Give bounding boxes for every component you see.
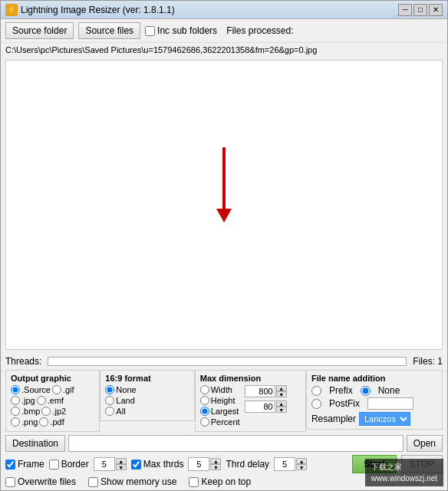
- prefix-radio[interactable]: [311, 386, 321, 396]
- spinner2-wrapper: ▲ ▼: [245, 400, 287, 413]
- spin1-up[interactable]: ▲: [276, 385, 287, 391]
- og-png-label: .png: [21, 417, 38, 427]
- md-percent-row: Percent: [200, 417, 240, 427]
- md-height-radio[interactable]: [200, 396, 209, 405]
- arrow-indicator: [216, 147, 232, 222]
- resampler-label: Resampler: [311, 414, 356, 424]
- none-radio[interactable]: [361, 386, 371, 396]
- app-icon: ⚡: [5, 4, 18, 16]
- spin1-down[interactable]: ▼: [276, 391, 287, 397]
- files-count: Files: 1: [413, 356, 443, 367]
- thrd-delay-input[interactable]: [274, 457, 295, 471]
- thrd-delay-spin-up[interactable]: ▲: [296, 458, 307, 464]
- frame-value-input[interactable]: [94, 457, 115, 471]
- addition-text-input[interactable]: [367, 397, 413, 410]
- spin2-down[interactable]: ▼: [276, 407, 287, 413]
- max-dim-value1[interactable]: [245, 385, 275, 397]
- files-processed-label: Files processed:: [226, 25, 293, 36]
- format-169-title: 16:9 format: [105, 374, 189, 383]
- border-checkbox[interactable]: [49, 460, 59, 470]
- show-memory-use-text: Show memory use: [100, 476, 176, 487]
- destination-button[interactable]: Destination: [5, 435, 65, 452]
- og-png-row: .png .pdf: [11, 417, 94, 427]
- thrd-delay-spinner: ▲ ▼: [274, 457, 307, 471]
- og-pdf-radio[interactable]: [39, 417, 48, 427]
- md-width-label: Width: [211, 385, 232, 394]
- md-largest-row: Largest: [200, 407, 240, 416]
- f-land-radio[interactable]: [105, 396, 114, 405]
- keep-on-top-checkbox[interactable]: [189, 477, 199, 487]
- max-thrds-label[interactable]: Max thrds: [131, 459, 184, 470]
- og-gif-radio[interactable]: [52, 385, 61, 394]
- og-pdf-label: .pdf: [50, 417, 64, 427]
- f-none-row: None: [105, 385, 189, 394]
- frame-spin-col: ▲ ▼: [116, 458, 127, 470]
- watermark: 下载之家 www.windowszj.net: [365, 459, 443, 486]
- maximize-button[interactable]: □: [413, 4, 427, 16]
- frame-checkbox[interactable]: [5, 460, 15, 470]
- destination-path-input[interactable]: [68, 435, 404, 452]
- image-preview: [5, 60, 443, 350]
- max-dimension-title: Max dimension: [200, 374, 301, 383]
- format-169-group: 16:9 format None Land All: [100, 370, 194, 421]
- f-land-row: Land: [105, 396, 189, 405]
- max-thrds-spin-down[interactable]: ▼: [210, 464, 221, 470]
- og-gif-label: .gif: [63, 385, 74, 394]
- overwrite-files-checkbox[interactable]: [5, 477, 15, 487]
- resampler-select[interactable]: Lanczos Bilinear Bicubic Box: [359, 412, 410, 426]
- md-height-row: Height: [200, 396, 240, 405]
- toolbar: Source folder Source files Inc sub folde…: [1, 19, 447, 43]
- open-button[interactable]: Open: [407, 435, 443, 452]
- postfix-radio[interactable]: [311, 399, 321, 409]
- prefix-label: Prefix: [329, 385, 353, 396]
- max-thrds-input[interactable]: [188, 457, 209, 471]
- spinner2-area: ▲ ▼: [245, 400, 287, 413]
- og-jp2-radio[interactable]: [41, 407, 51, 416]
- overwrite-files-text: Overwrite files: [18, 476, 76, 487]
- md-width-radio[interactable]: [200, 385, 209, 394]
- inc-sub-folders-checkbox[interactable]: [145, 26, 155, 36]
- inc-sub-folders-label[interactable]: Inc sub folders: [145, 25, 217, 36]
- minimize-button[interactable]: ─: [398, 4, 412, 16]
- og-emf-radio[interactable]: [37, 396, 46, 405]
- source-folder-button[interactable]: Source folder: [5, 22, 74, 39]
- og-jpg-row: .jpg .emf: [11, 396, 94, 405]
- frame-label: Frame: [18, 459, 44, 470]
- spin2-up[interactable]: ▲: [276, 400, 287, 407]
- og-source-radio[interactable]: [11, 385, 20, 394]
- md-percent-label: Percent: [211, 417, 240, 427]
- frame-spin-down[interactable]: ▼: [116, 464, 127, 470]
- md-largest-radio[interactable]: [200, 407, 209, 416]
- frame-spinner: ▲ ▼: [94, 457, 127, 471]
- md-percent-radio[interactable]: [200, 417, 209, 427]
- og-bmp-label: .bmp: [21, 407, 40, 416]
- og-png-radio[interactable]: [11, 417, 20, 427]
- og-source-label: .Source: [21, 385, 51, 394]
- max-thrds-spin-up[interactable]: ▲: [210, 458, 221, 464]
- threads-bar: [48, 357, 407, 366]
- spin-col-2: ▲ ▼: [276, 400, 287, 413]
- max-thrds-spin-col: ▲ ▼: [210, 458, 221, 470]
- destination-row: Destination Open: [5, 435, 443, 452]
- f-none-radio[interactable]: [105, 385, 114, 394]
- thrd-delay-spin-down[interactable]: ▼: [296, 464, 307, 470]
- source-files-button[interactable]: Source files: [78, 22, 140, 39]
- og-jpg-label: .jpg: [21, 396, 35, 405]
- arrow-line: [222, 147, 226, 209]
- frame-checkbox-label[interactable]: Frame: [5, 459, 44, 470]
- resampler-row: Resampler Lanczos Bilinear Bicubic Box: [311, 412, 437, 426]
- close-button[interactable]: ✕: [429, 4, 443, 16]
- overwrite-files-label[interactable]: Overwrite files: [5, 476, 76, 487]
- file-path-area: C:\Users\pc\Pictures\Saved Pictures\u=15…: [1, 43, 447, 57]
- border-checkbox-label[interactable]: Border: [49, 459, 89, 470]
- f-all-radio[interactable]: [105, 407, 114, 416]
- og-jpg-radio[interactable]: [11, 396, 20, 405]
- show-memory-use-label[interactable]: Show memory use: [88, 476, 176, 487]
- frame-spin-up[interactable]: ▲: [116, 458, 127, 464]
- keep-on-top-text: Keep on top: [201, 476, 251, 487]
- keep-on-top-label[interactable]: Keep on top: [189, 476, 251, 487]
- max-thrds-checkbox[interactable]: [131, 460, 141, 470]
- og-bmp-radio[interactable]: [11, 407, 20, 416]
- show-memory-use-checkbox[interactable]: [88, 477, 98, 487]
- max-dim-value2[interactable]: [245, 400, 275, 413]
